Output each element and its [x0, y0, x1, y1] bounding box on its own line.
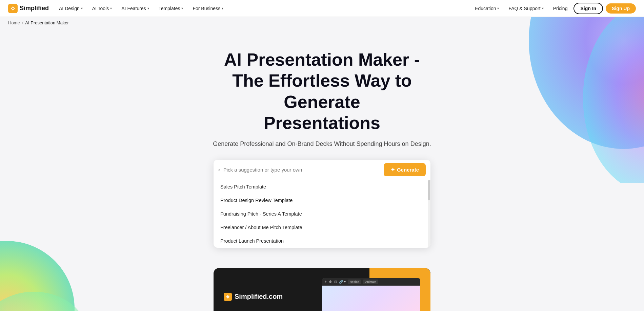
signin-button[interactable]: Sign In: [573, 3, 603, 14]
preview-logo-text: Simplified.com: [235, 293, 283, 301]
chevron-down-icon: ▾: [497, 6, 499, 10]
nav-ai-design[interactable]: AI Design ▾: [56, 4, 86, 13]
preview-canvas: [322, 286, 420, 311]
suggestions-list: Sales Pitch Template Product Design Revi…: [214, 180, 428, 248]
search-container: › ✦ Generate Sales Pitch Template Produc…: [214, 160, 430, 248]
animate-button[interactable]: Animate: [363, 280, 378, 284]
breadcrumb-current: AI Presentation Maker: [25, 20, 69, 25]
logo-link[interactable]: Simplified: [8, 4, 49, 13]
scrollbar[interactable]: [428, 180, 430, 248]
scrollbar-thumb: [428, 180, 430, 200]
breadcrumb: Home / AI Presentation Maker: [0, 17, 644, 29]
resize-button[interactable]: Resize: [348, 280, 361, 284]
preview-canvas-area: + 🗑 ⊡ 🔗 ▾ Resize Animate —: [322, 278, 420, 311]
suggestion-item[interactable]: Freelancer / About Me Pitch Template: [214, 221, 428, 234]
chevron-down-icon: ▾: [147, 6, 149, 10]
generate-icon: ✦: [390, 166, 395, 173]
expand-icon: ›: [218, 167, 220, 172]
nav-ai-features[interactable]: AI Features ▾: [118, 4, 152, 13]
suggestion-item[interactable]: Product Launch Presentation: [214, 234, 428, 248]
generate-button[interactable]: ✦ Generate: [384, 163, 426, 176]
logo-text: Simplified: [20, 5, 49, 12]
preview-section: Simplified.com + 🗑 ⊡ 🔗 ▾ Resize Animate …: [214, 268, 430, 311]
preview-logo-icon: [224, 293, 232, 301]
nav-right: Education ▾ FAQ & Support ▾ Pricing Sign…: [471, 3, 636, 14]
chevron-down-icon: ▾: [542, 6, 544, 10]
main-content: AI Presentation Maker - The Effortless W…: [0, 29, 644, 311]
chevron-down-icon: ▾: [81, 6, 83, 10]
hero-title: AI Presentation Maker - The Effortless W…: [203, 49, 441, 134]
search-input-row: › ✦ Generate: [214, 160, 430, 180]
preview-toolbar: + 🗑 ⊡ 🔗 ▾ Resize Animate —: [322, 278, 420, 286]
nav-templates[interactable]: Templates ▾: [155, 4, 187, 13]
logo-icon: [8, 4, 18, 13]
chevron-down-icon: ▾: [110, 6, 112, 10]
preview-logo: Simplified.com: [224, 293, 322, 301]
nav-pricing[interactable]: Pricing: [550, 4, 571, 13]
suggestion-item[interactable]: Sales Pitch Template: [214, 180, 428, 194]
nav-ai-tools[interactable]: AI Tools ▾: [89, 4, 116, 13]
chevron-down-icon: ▾: [222, 6, 223, 10]
chevron-down-icon: ▾: [181, 6, 183, 10]
search-input[interactable]: [223, 167, 380, 173]
breadcrumb-separator: /: [22, 20, 23, 25]
preview-left-panel: Simplified.com: [224, 293, 322, 304]
breadcrumb-home-link[interactable]: Home: [8, 20, 20, 25]
nav-faq-support[interactable]: FAQ & Support ▾: [505, 4, 547, 13]
suggestions-dropdown: Sales Pitch Template Product Design Revi…: [214, 180, 430, 248]
nav-for-business[interactable]: For Business ▾: [189, 4, 227, 13]
suggestion-item[interactable]: Product Design Review Template: [214, 194, 428, 207]
navbar: Simplified AI Design ▾ AI Tools ▾ AI Fea…: [0, 0, 644, 17]
suggestion-item[interactable]: Fundraising Pitch - Series A Template: [214, 207, 428, 221]
signup-button[interactable]: Sign Up: [606, 3, 636, 14]
nav-education[interactable]: Education ▾: [471, 4, 502, 13]
hero-subtitle: Generate Professional and On-Brand Decks…: [213, 140, 431, 148]
generate-label: Generate: [397, 167, 419, 173]
